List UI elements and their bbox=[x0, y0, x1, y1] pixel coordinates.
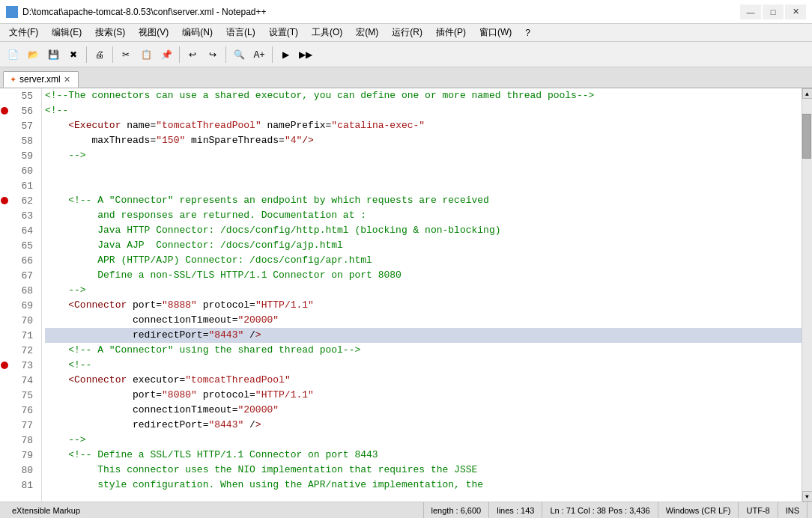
menu-item-n[interactable]: 编码(N) bbox=[176, 25, 219, 41]
status-cursor: Ln : 71 Col : 38 Pos : 3,436 bbox=[542, 502, 658, 518]
line-num-62: 62 bbox=[0, 193, 41, 208]
line-number-text: 58 bbox=[9, 135, 36, 147]
line-num-71: 71 bbox=[0, 328, 41, 343]
line-marker-76 bbox=[0, 403, 9, 418]
line-marker-79 bbox=[0, 448, 9, 463]
line-marker-56 bbox=[0, 103, 9, 118]
editor-container: 5556575859606162636465666768697071727374… bbox=[0, 88, 812, 502]
line-number-text: 72 bbox=[9, 345, 36, 356]
line-marker-67 bbox=[0, 268, 9, 283]
menu-item-o[interactable]: 工具(O) bbox=[306, 25, 348, 41]
menu-item-t[interactable]: 设置(T) bbox=[263, 25, 304, 41]
print-button[interactable]: 🖨 bbox=[90, 45, 109, 64]
line-marker-75 bbox=[0, 388, 9, 403]
undo-button[interactable]: ↩ bbox=[183, 45, 202, 64]
line-marker-55 bbox=[0, 88, 9, 103]
vertical-scrollbar[interactable]: ▲ ▼ bbox=[802, 88, 812, 502]
code-line-77: redirectPort="8443" /> bbox=[45, 418, 802, 433]
code-line-69: <Connector port="8888" protocol="HTTP/1.… bbox=[45, 298, 802, 313]
menu-item-[interactable]: ? bbox=[519, 25, 536, 41]
zoom-in-button[interactable]: A+ bbox=[249, 45, 269, 64]
tab-close-button[interactable]: ✕ bbox=[64, 75, 70, 85]
scroll-track[interactable] bbox=[802, 99, 812, 491]
app-icon bbox=[6, 6, 18, 18]
toolbar-sep-2 bbox=[112, 46, 113, 63]
line-number-text: 68 bbox=[9, 285, 36, 296]
menu-item-e[interactable]: 编辑(E) bbox=[46, 25, 88, 41]
line-marker-59 bbox=[0, 148, 9, 163]
save-button[interactable]: 💾 bbox=[43, 45, 63, 64]
line-number-text: 55 bbox=[9, 91, 36, 102]
scroll-up-arrow[interactable]: ▲ bbox=[802, 88, 813, 99]
line-marker-74 bbox=[0, 373, 9, 388]
menu-item-m[interactable]: 宏(M) bbox=[350, 25, 384, 41]
cut-button[interactable]: ✂ bbox=[116, 45, 136, 64]
code-line-64: Java HTTP Connector: /docs/config/http.h… bbox=[45, 223, 802, 238]
code-line-59: --> bbox=[45, 148, 802, 163]
code-line-75: port="8080" protocol="HTTP/1.1" bbox=[45, 388, 802, 403]
find-button[interactable]: 🔍 bbox=[229, 45, 249, 64]
status-bar: eXtensible Markup length : 6,600 lines :… bbox=[0, 502, 812, 518]
line-num-70: 70 bbox=[0, 313, 41, 328]
toolbar-sep-1 bbox=[86, 46, 87, 63]
open-button[interactable]: 📂 bbox=[23, 45, 43, 64]
line-marker-81 bbox=[0, 478, 9, 493]
close-file-button[interactable]: ✖ bbox=[64, 45, 83, 64]
line-num-64: 64 bbox=[0, 223, 41, 238]
line-number-text: 66 bbox=[9, 255, 36, 266]
line-marker-73 bbox=[0, 358, 9, 373]
line-num-61: 61 bbox=[0, 178, 41, 193]
copy-button[interactable]: 📋 bbox=[136, 45, 156, 64]
close-button[interactable]: ✕ bbox=[785, 4, 806, 19]
code-line-57: <Executor name="tomcatThreadPool" namePr… bbox=[45, 118, 802, 133]
menu-item-w[interactable]: 窗口(W) bbox=[473, 25, 518, 41]
status-file-type: eXtensible Markup bbox=[4, 502, 424, 518]
line-num-60: 60 bbox=[0, 163, 41, 178]
macro-button[interactable]: ▶ bbox=[276, 45, 295, 64]
scroll-thumb[interactable] bbox=[802, 114, 811, 159]
status-length: length : 6,600 bbox=[424, 502, 490, 518]
line-num-56: 56 bbox=[0, 103, 41, 118]
menu-item-v[interactable]: 视图(V) bbox=[133, 25, 175, 41]
code-line-68: --> bbox=[45, 283, 802, 298]
line-num-57: 57 bbox=[0, 118, 41, 133]
toolbar-sep-5 bbox=[272, 46, 273, 63]
line-num-76: 76 bbox=[0, 403, 41, 418]
code-line-66: APR (HTTP/AJP) Connector: /docs/config/a… bbox=[45, 253, 802, 268]
line-number-text: 69 bbox=[9, 300, 36, 311]
code-line-56: <!-- bbox=[45, 103, 802, 118]
run-button[interactable]: ▶▶ bbox=[296, 45, 315, 64]
menu-item-l[interactable]: 语言(L) bbox=[220, 25, 261, 41]
toolbar: 📄 📂 💾 ✖ 🖨 ✂ 📋 📌 ↩ ↪ 🔍 A+ ▶ ▶▶ bbox=[0, 42, 812, 67]
menu-item-p[interactable]: 插件(P) bbox=[430, 25, 472, 41]
line-num-59: 59 bbox=[0, 148, 41, 163]
line-number-text: 73 bbox=[9, 360, 36, 371]
redo-button[interactable]: ↪ bbox=[203, 45, 222, 64]
code-line-63: and responses are returned. Documentatio… bbox=[45, 208, 802, 223]
title-bar-left: D:\tomcat\apache-tomcat-8.0.53\conf\serv… bbox=[6, 6, 267, 18]
line-num-78: 78 bbox=[0, 433, 41, 448]
new-button[interactable]: 📄 bbox=[3, 45, 22, 64]
paste-button[interactable]: 📌 bbox=[157, 45, 176, 64]
line-number-text: 65 bbox=[9, 240, 36, 252]
line-number-text: 63 bbox=[9, 210, 36, 222]
line-num-72: 72 bbox=[0, 343, 41, 358]
maximize-button[interactable]: □ bbox=[763, 4, 784, 19]
code-line-58: maxThreads="150" minSpareThreads="4"/> bbox=[45, 133, 802, 148]
menu-item-f[interactable]: 文件(F) bbox=[3, 25, 44, 41]
code-line-70: connectionTimeout="20000" bbox=[45, 313, 802, 328]
line-number-text: 67 bbox=[9, 270, 36, 281]
line-number-text: 76 bbox=[9, 405, 36, 416]
tab-server-xml[interactable]: ✦ server.xml ✕ bbox=[3, 71, 79, 88]
line-num-77: 77 bbox=[0, 418, 41, 433]
scroll-down-arrow[interactable]: ▼ bbox=[802, 491, 813, 502]
menu-bar: 文件(F)编辑(E)搜索(S)视图(V)编码(N)语言(L)设置(T)工具(O)… bbox=[0, 24, 812, 42]
line-number-text: 56 bbox=[9, 106, 36, 117]
minimize-button[interactable]: — bbox=[740, 4, 761, 19]
line-num-67: 67 bbox=[0, 268, 41, 283]
line-number-text: 71 bbox=[9, 330, 36, 341]
menu-item-s[interactable]: 搜索(S) bbox=[89, 25, 131, 41]
line-marker-62 bbox=[0, 193, 9, 208]
code-area[interactable]: <!--The connectors can use a shared exec… bbox=[42, 88, 802, 502]
menu-item-r[interactable]: 运行(R) bbox=[386, 25, 428, 41]
